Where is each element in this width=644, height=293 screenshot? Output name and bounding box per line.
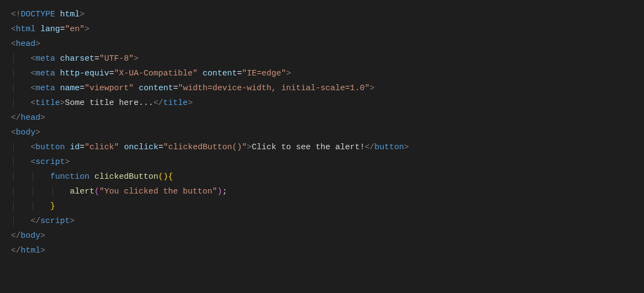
code-line[interactable]: │ <meta http-equiv="X-UA-Compatible" con… (11, 66, 644, 81)
code-line[interactable]: <head> (11, 37, 644, 51)
code-line[interactable]: │ <script> (11, 155, 644, 169)
code-line[interactable]: │ <meta name="viewport" content="width=d… (11, 81, 644, 96)
code-line[interactable]: <body> (11, 125, 644, 140)
code-line[interactable]: │ <meta charset="UTF-8"> (11, 51, 644, 66)
code-line[interactable]: </body> (11, 228, 644, 243)
code-line[interactable]: <!DOCTYPE html> (11, 7, 644, 22)
code-editor[interactable]: <!DOCTYPE html> <html lang="en"> <head> … (11, 7, 644, 258)
code-line[interactable]: │ │ │ alert("You clicked the button"); (11, 184, 644, 199)
code-line[interactable]: <html lang="en"> (11, 22, 644, 37)
code-line[interactable]: │ </script> (11, 214, 644, 228)
code-line[interactable]: │ <title>Some title here...</title> (11, 96, 644, 110)
code-line[interactable]: </head> (11, 110, 644, 125)
code-line[interactable]: │ │ } (11, 199, 644, 214)
code-line[interactable]: </html> (11, 243, 644, 258)
code-line[interactable]: │ │ function clickedButton(){ (11, 169, 644, 184)
code-line[interactable]: │ <button id="click" onclick="clickedBut… (11, 140, 644, 155)
